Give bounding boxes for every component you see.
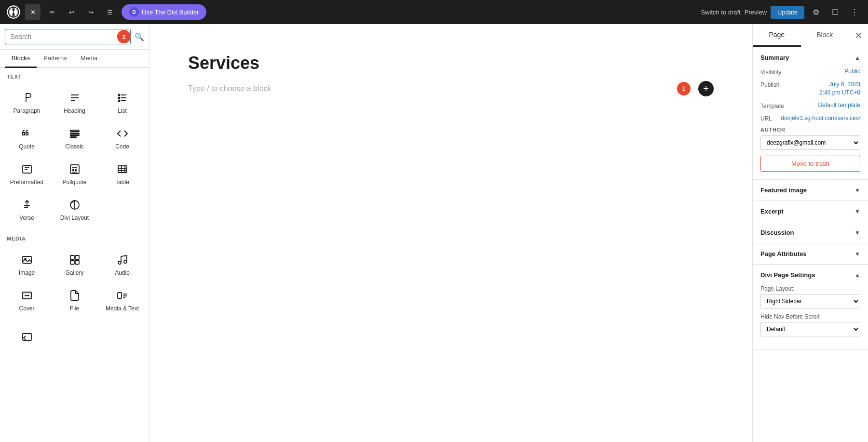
preview-button[interactable]: Preview xyxy=(745,9,767,16)
tools-icon: ☰ xyxy=(107,9,113,16)
update-button[interactable]: Update xyxy=(771,6,804,19)
svg-rect-33 xyxy=(70,260,74,264)
divi-settings-panel: Divi Page Settings ▲ Page Layout: Right … xyxy=(753,265,868,349)
svg-rect-12 xyxy=(70,135,79,136)
block-item-paragraph[interactable]: Paragraph xyxy=(4,85,50,119)
gallery-icon xyxy=(69,254,81,266)
page-layout-select[interactable]: Right Sidebar Left Sidebar Full Width No… xyxy=(760,294,860,308)
divi-settings-header[interactable]: Divi Page Settings ▲ xyxy=(753,265,868,285)
edit-button[interactable]: ✏ xyxy=(44,4,60,20)
visibility-value[interactable]: Public xyxy=(844,68,860,75)
search-input[interactable] xyxy=(5,29,131,44)
svg-rect-44 xyxy=(23,334,31,340)
summary-panel-header[interactable]: Summary ▲ xyxy=(753,47,868,68)
search-box: 2 🔍 xyxy=(0,24,149,50)
add-block-button[interactable]: + xyxy=(698,81,714,96)
publish-field: Publish July 6, 2023 2:46 pm UTC+0 xyxy=(760,80,860,97)
move-to-trash-button[interactable]: Move to trash xyxy=(760,156,860,172)
list-label: List xyxy=(118,107,127,114)
tab-media[interactable]: Media xyxy=(74,50,104,68)
undo-button[interactable]: ↩ xyxy=(64,4,79,20)
more-icon: ⋮ xyxy=(851,8,858,17)
extra-blocks-grid xyxy=(0,321,149,355)
publish-value[interactable]: July 6, 2023 2:46 pm UTC+0 xyxy=(819,80,860,97)
page-attributes-title: Page Attributes xyxy=(760,250,807,257)
block-item-heading[interactable]: Heading xyxy=(52,85,97,119)
editor-area: Services Type / to choose a block 1 + xyxy=(149,24,752,442)
editor-toolbar-row: Type / to choose a block 1 + xyxy=(188,81,714,96)
hide-nav-select[interactable]: Default Yes No xyxy=(760,322,860,336)
page-layout-label: Page Layout: xyxy=(760,285,860,292)
block-item-cover[interactable]: Cover xyxy=(4,283,50,317)
main-layout: 2 🔍 Blocks Patterns Media TEXT Paragraph xyxy=(0,24,868,442)
block-item-pullquote[interactable]: Pullquote xyxy=(52,157,97,190)
svg-point-8 xyxy=(118,97,120,99)
excerpt-chevron-icon: ▼ xyxy=(854,208,860,215)
search-icon-button[interactable]: 🔍 xyxy=(135,32,144,41)
tab-page[interactable]: Page xyxy=(753,24,801,47)
redo-button[interactable]: ↪ xyxy=(83,4,98,20)
block-item-classic[interactable]: Classic xyxy=(52,121,97,155)
featured-image-header[interactable]: Featured image ▼ xyxy=(753,180,868,201)
page-attributes-header[interactable]: Page Attributes ▼ xyxy=(753,243,868,264)
divi-layout-icon xyxy=(69,199,81,211)
divi-builder-label: Use The Divi Builder xyxy=(142,9,199,16)
post-title[interactable]: Services xyxy=(188,53,714,73)
close-editor-button[interactable]: ✕ xyxy=(25,4,41,20)
block-item-verse[interactable]: Verse xyxy=(4,192,50,226)
text-blocks-grid: Paragraph Heading xyxy=(0,81,149,230)
list-icon xyxy=(117,92,128,104)
block-item-media-text[interactable]: Media & Text xyxy=(99,283,145,317)
block-item-code[interactable]: Code xyxy=(99,121,145,155)
page-attributes-panel: Page Attributes ▼ xyxy=(753,243,868,265)
tab-blocks[interactable]: Blocks xyxy=(5,50,37,68)
switch-to-draft-button[interactable]: Switch to draft xyxy=(701,9,740,16)
author-select[interactable]: deezgrafix@gmail.com xyxy=(760,135,860,150)
image-icon xyxy=(21,254,33,266)
svg-rect-34 xyxy=(75,260,79,264)
block-item-audio[interactable]: Audio xyxy=(99,247,145,281)
block-item-divi-layout[interactable]: Divi Layout xyxy=(52,192,97,226)
code-label: Code xyxy=(115,143,129,150)
discussion-title: Discussion xyxy=(760,229,794,236)
url-value[interactable]: donjetv3.sg-host.com/services/ xyxy=(781,114,860,122)
plus-icon: + xyxy=(703,84,709,94)
block-item-quote[interactable]: Quote xyxy=(4,121,50,155)
template-field: Template Default template xyxy=(760,102,860,109)
close-icon: ✕ xyxy=(30,9,36,16)
hide-nav-label: Hide Nav Before Scroll: xyxy=(760,313,860,320)
svg-rect-31 xyxy=(70,255,74,259)
svg-point-35 xyxy=(118,261,121,264)
heading-icon xyxy=(69,92,81,104)
block-item-table[interactable]: Table xyxy=(99,157,145,190)
right-sidebar: Page Block ✕ Summary ▲ Visibility Public… xyxy=(752,24,868,442)
block-item-gallery[interactable]: Gallery xyxy=(52,247,97,281)
block-item-extra[interactable] xyxy=(4,324,50,351)
excerpt-header[interactable]: Excerpt ▼ xyxy=(753,201,868,222)
right-close-button[interactable]: ✕ xyxy=(849,24,868,47)
settings-button[interactable]: ⚙ xyxy=(808,4,824,20)
tab-patterns[interactable]: Patterns xyxy=(37,50,73,68)
divi-icon: D xyxy=(129,7,139,17)
tools-button[interactable]: ☰ xyxy=(102,4,118,20)
divi-builder-button[interactable]: D Use The Divi Builder xyxy=(122,4,206,20)
discussion-chevron-icon: ▼ xyxy=(854,229,860,236)
block-item-preformatted[interactable]: Preformatted xyxy=(4,157,50,190)
template-value[interactable]: Default template xyxy=(818,102,860,108)
wordpress-logo xyxy=(6,4,21,20)
classic-label: Classic xyxy=(65,143,84,150)
svg-point-7 xyxy=(118,94,120,96)
image-label: Image xyxy=(19,269,35,276)
discussion-header[interactable]: Discussion ▼ xyxy=(753,222,868,243)
tab-block[interactable]: Block xyxy=(801,24,849,47)
discussion-panel: Discussion ▼ xyxy=(753,222,868,243)
gallery-label: Gallery xyxy=(65,269,83,276)
paragraph-icon xyxy=(21,92,33,104)
heading-label: Heading xyxy=(64,107,85,114)
more-options-button[interactable]: ⋮ xyxy=(847,4,862,20)
svg-rect-32 xyxy=(75,255,79,259)
block-item-list[interactable]: List xyxy=(99,85,145,119)
screen-options-button[interactable]: ☐ xyxy=(827,4,843,20)
block-item-file[interactable]: File xyxy=(52,283,97,317)
block-item-image[interactable]: Image xyxy=(4,247,50,281)
